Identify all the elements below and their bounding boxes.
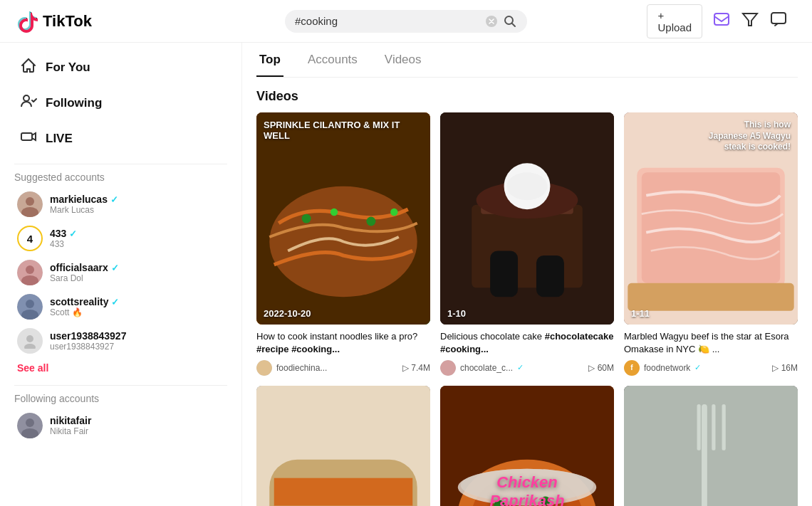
svg-point-36 [506,172,547,200]
tabs-bar: Top Accounts Videos [256,43,798,78]
svg-point-19 [26,335,33,342]
video-2-views: ▷ 60M [588,363,614,373]
svg-rect-62 [697,404,701,450]
video-card-6[interactable]: Amazing cooking technique... chef_pro... [624,386,798,506]
following-accounts-title: Following accounts [14,393,227,404]
video-3-overlay: This is how Japanese A5 Wagyu steak is c… [705,120,791,153]
433-avatar: 4 [17,226,43,251]
svg-point-39 [440,360,456,376]
following-label: Following [46,96,102,110]
video-2-verified: ✓ [517,363,524,372]
header: TikTok + Upload [0,0,812,43]
video-bg-4 [256,386,430,506]
verified-icon-433: ✓ [69,228,77,239]
scottsreality-info: scottsreality ✓ Scott 🔥 [50,296,119,317]
video-2-desc: Delicious chocolate cake #chocolatecake … [440,330,614,356]
video-2-author-avatar [440,360,456,376]
video-bg-6 [624,386,798,506]
nikitafair-avatar [17,413,43,438]
video-3-verified: ✓ [694,363,701,372]
search-input[interactable] [295,15,480,27]
svg-point-27 [330,209,338,216]
user1938843927-username: user1938843927 [50,330,126,342]
tab-accounts[interactable]: Accounts [305,53,360,77]
video-3-author-row: f foodnetwork ✓ ▷ 16M [624,360,798,376]
svg-point-14 [26,265,34,274]
verified-icon: ✓ [110,194,118,205]
svg-rect-43 [628,283,793,311]
following-account-nikitafair[interactable]: nikitafair Nikita Fair [14,409,227,443]
video-1-date: 2022-10-20 [264,308,311,319]
video-grid: SPRINKLE CILANTRO & MIX IT WELL 2022-10-… [256,112,798,506]
video-1-author-name: foodiechina... [276,363,327,373]
svg-point-29 [390,209,397,216]
upload-button[interactable]: + Upload [647,4,702,38]
video-card-3[interactable]: This is how Japanese A5 Wagyu steak is c… [624,112,798,376]
svg-rect-64 [722,404,726,450]
sidebar-item-live[interactable]: LIVE [14,121,227,157]
suggested-account-scottsreality[interactable]: scottsreality ✓ Scott 🔥 [14,290,227,324]
search-icon[interactable] [503,14,517,28]
video-1-desc: How to cook instant noodles like a pro? … [256,330,430,356]
scottsreality-subname: Scott 🔥 [50,307,119,317]
433-username: 433 ✓ [50,228,77,239]
clear-icon[interactable] [486,16,497,27]
video-thumb-1: SPRINKLE CILANTRO & MIX IT WELL 2022-10-… [256,112,430,325]
markielucas-username: markielucas ✓ [50,194,118,205]
logo-area: TikTok [14,9,157,33]
svg-rect-4 [771,13,786,23]
svg-rect-38 [536,255,564,297]
video-card-2[interactable]: 1-10 Delicious chocolate cake #chocolate… [440,112,614,376]
svg-point-26 [302,214,311,223]
svg-rect-61 [702,404,707,506]
tab-videos[interactable]: Videos [382,53,425,77]
svg-point-30 [256,360,272,376]
video-2-author-row: chocolate_c... ✓ ▷ 60M [440,360,614,376]
filter-icon[interactable] [741,10,759,32]
sidebar-item-following[interactable]: Following [14,85,227,121]
svg-point-8 [24,95,29,101]
svg-rect-37 [490,251,518,297]
video-card-1[interactable]: SPRINKLE CILANTRO & MIX IT WELL 2022-10-… [256,112,430,376]
video-2-author-name: chocolate_c... [460,363,513,373]
tiktok-icon [14,9,38,33]
svg-rect-60 [624,386,798,506]
svg-rect-46 [274,478,412,506]
see-all-link[interactable]: See all [17,362,48,374]
video-thumb-2: 1-10 [440,112,614,325]
upload-label: + Upload [657,9,692,33]
433-subname: 433 [50,239,77,249]
video-thumb-4: Beefhot sandwich [256,386,430,506]
video-card-5[interactable]: ChickenPaprikash Chicken Paprikash recip… [440,386,614,506]
sidebar-item-for-you[interactable]: For You [14,50,227,85]
markielucas-subname: Mark Lucas [50,205,118,215]
svg-rect-2 [714,14,729,25]
messages-icon[interactable] [769,10,788,32]
video-5-overlay: ChickenPaprikash [489,473,564,506]
svg-point-22 [26,418,34,427]
video-2-meta: Delicious chocolate cake #chocolatecake … [440,330,614,375]
video-thumb-3: This is how Japanese A5 Wagyu steak is c… [624,112,798,325]
video-1-meta: How to cook instant noodles like a pro? … [256,330,430,375]
433-info: 433 ✓ 433 [50,228,77,249]
main-layout: For You Following LIVE Suggested account… [0,43,812,506]
video-1-author-row: foodiechina... ▷ 7.4M [256,360,430,376]
user1938843927-avatar [17,328,43,354]
video-bg-1 [256,112,430,325]
video-thumb-5: ChickenPaprikash [440,386,614,506]
suggested-account-officialsaarx[interactable]: officialsaarx ✓ Sara Dol [14,255,227,290]
search-area [157,10,655,33]
suggested-account-433[interactable]: 4 433 ✓ 433 [14,221,227,255]
home-icon [20,57,37,78]
svg-point-28 [366,217,375,226]
live-label: LIVE [46,132,73,146]
tab-top[interactable]: Top [256,53,283,77]
scottsreality-username: scottsreality ✓ [50,296,119,307]
search-bar [285,10,527,33]
suggested-account-user1938843927[interactable]: user1938843927 user1938843927 [14,324,227,358]
video-card-4[interactable]: Beefhot sandwich Beef hot sandwich recip… [256,386,430,506]
video-1-views: ▷ 7.4M [402,363,430,373]
inbox-icon[interactable] [712,10,731,32]
video-1-author-avatar [256,360,272,376]
suggested-account-markielucas[interactable]: markielucas ✓ Mark Lucas [14,187,227,221]
